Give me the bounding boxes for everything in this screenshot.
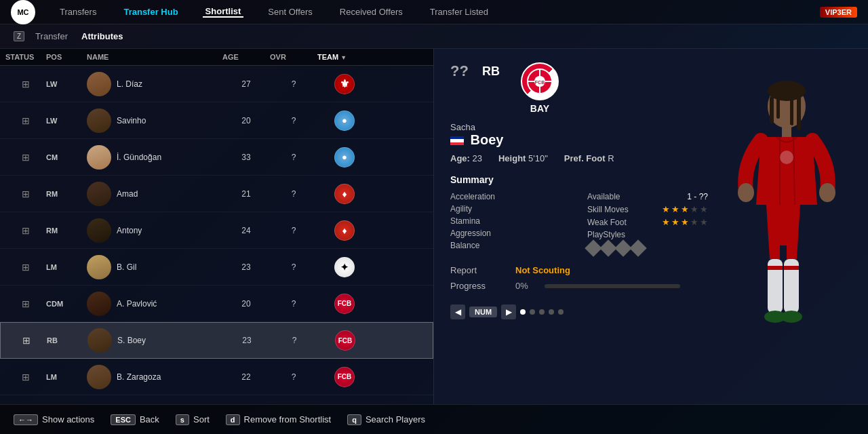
tab-attributes[interactable]: Attributes <box>76 28 128 44</box>
club-abbreviation: BAY <box>530 103 549 114</box>
position: LM <box>46 263 87 271</box>
svg-point-15 <box>780 151 793 164</box>
main-content: Status POS Name Age OVR Team ▼ ⊞ LW L. D… <box>0 49 868 404</box>
key-icon: d <box>226 414 240 425</box>
team-logo: FCB <box>317 367 372 387</box>
svg-rect-11 <box>768 266 783 270</box>
attr-aggression: Aggression <box>450 227 571 239</box>
avatar <box>87 255 111 279</box>
position: LM <box>46 373 87 381</box>
nav-received-offers[interactable]: Received Offers <box>337 7 406 17</box>
search-players-button[interactable]: q Search Players <box>347 414 425 425</box>
nav-shortlist[interactable]: Shortlist <box>203 6 244 18</box>
attr-label: Skill Moves <box>587 205 629 214</box>
player-info: S. Boey <box>87 328 223 353</box>
report-label: Report <box>450 265 505 275</box>
team-logo: FCB <box>317 294 372 314</box>
table-row[interactable]: ⊞ RM Amad 21 ? ♦ <box>0 176 433 212</box>
star-3: ★ <box>681 204 689 214</box>
status-icon: ⊞ <box>5 298 46 309</box>
status-icon: ⊞ <box>5 152 46 163</box>
team-badge: FCB <box>334 367 355 387</box>
position: RB <box>47 336 87 344</box>
col-pos: POS <box>46 53 87 61</box>
avatar <box>87 108 111 133</box>
back-button[interactable]: ESC Back <box>111 414 159 425</box>
table-row[interactable]: ⊞ CM İ. Gündoğan 33 ? ● <box>0 139 433 176</box>
player-full-name: Sacha Boey <box>450 122 708 148</box>
nav-sent-offers[interactable]: Sent Offers <box>265 7 315 17</box>
team-logo: ♦ <box>317 220 372 241</box>
status-icon: ⊞ <box>5 262 46 273</box>
avatar <box>87 72 111 96</box>
status-icon: ⊞ <box>5 189 46 199</box>
team-logo: ⚜ <box>317 74 372 94</box>
key-icon: ESC <box>111 414 136 425</box>
dot-2[interactable] <box>530 309 535 315</box>
foot-info: Pref. Foot R <box>564 153 614 163</box>
remove-shortlist-button[interactable]: d Remove from Shortlist <box>226 414 331 425</box>
dot-1[interactable] <box>520 309 526 315</box>
dot-3[interactable] <box>539 309 545 315</box>
player-rating: ?? <box>450 62 469 80</box>
dot-4[interactable] <box>549 309 554 315</box>
page-badge: NUM <box>469 307 497 317</box>
show-actions-button[interactable]: ←→ Show actions <box>14 414 94 425</box>
attr-value: 1 - ?? <box>687 192 708 201</box>
col-status: Status <box>5 53 46 61</box>
star-1: ★ <box>662 204 670 214</box>
player-bio: Age: 23 Height 5'10" Pref. Foot R <box>450 153 708 163</box>
col-age: Age <box>222 53 270 61</box>
nav-transfer-hub[interactable]: Transfer Hub <box>121 7 180 17</box>
sort-arrow-icon: ▼ <box>340 54 347 61</box>
attributes-grid: Acceleration Agility Stamina Aggression <box>450 191 708 254</box>
prev-page-button[interactable]: ◀ <box>450 304 465 319</box>
position: LW <box>46 117 87 125</box>
team-badge: ✦ <box>334 257 355 277</box>
player-info: Antony <box>87 218 222 243</box>
status-icon: ⊞ <box>6 335 47 346</box>
nav-transfer-listed[interactable]: Transfer Listed <box>427 7 491 17</box>
team-badge: ⚜ <box>334 74 355 94</box>
table-row[interactable]: ⊞ RM Antony 24 ? ♦ <box>0 212 433 249</box>
table-row[interactable]: ⊞ CDM A. Pavlović 20 ? FCB <box>0 285 433 322</box>
tab-transfer[interactable]: Transfer <box>30 28 73 44</box>
position: LW <box>46 80 87 88</box>
attr-label: PlayStyles <box>587 230 625 239</box>
action-label: Show actions <box>42 414 94 425</box>
sort-button[interactable]: s Sort <box>176 414 210 425</box>
position: CM <box>46 153 87 161</box>
attr-label: Stamina <box>450 216 480 226</box>
attr-skill-moves: Skill Moves ★ ★ ★ ★ ★ <box>587 203 708 216</box>
next-page-button[interactable]: ▶ <box>501 304 516 319</box>
svg-point-7 <box>738 183 754 202</box>
height-info: Height 5'10" <box>498 153 548 163</box>
avatar <box>87 182 111 206</box>
team-badge: ♦ <box>334 220 355 241</box>
table-row[interactable]: ⊞ LM B. Gil 23 ? ✦ <box>0 249 433 285</box>
star-2: ★ <box>671 204 679 214</box>
player-ovr: ? <box>270 299 317 309</box>
player-ovr: ? <box>270 153 317 162</box>
player-age: 24 <box>222 226 270 235</box>
table-row[interactable]: ⊞ LW L. Díaz 27 ? ⚜ <box>0 66 433 102</box>
table-row-selected[interactable]: ⊞ RB S. Boey 23 ? FCB <box>0 322 433 359</box>
star-4: ★ <box>690 217 698 227</box>
player-age: 33 <box>222 153 270 162</box>
attr-label: Aggression <box>450 229 491 238</box>
player-age: 23 <box>223 336 271 345</box>
table-row[interactable]: ⊞ LM B. Zaragoza 22 ? FCB <box>0 359 433 395</box>
team-badge: ● <box>334 147 355 167</box>
player-info: B. Zaragoza <box>87 365 222 389</box>
player-ovr: ? <box>271 336 318 345</box>
attr-label: Balance <box>450 241 479 250</box>
table-row[interactable]: ⊞ LW Savinho 20 ? ● <box>0 102 433 139</box>
nav-transfers[interactable]: Transfers <box>57 7 99 17</box>
dot-5[interactable] <box>558 309 564 315</box>
team-logo: ♦ <box>317 184 372 204</box>
avatar <box>87 145 111 170</box>
club-logo: FCB <box>521 62 559 100</box>
avatar <box>87 292 111 316</box>
key-icon: s <box>176 414 189 425</box>
attr-label: Weak Foot <box>587 218 627 227</box>
